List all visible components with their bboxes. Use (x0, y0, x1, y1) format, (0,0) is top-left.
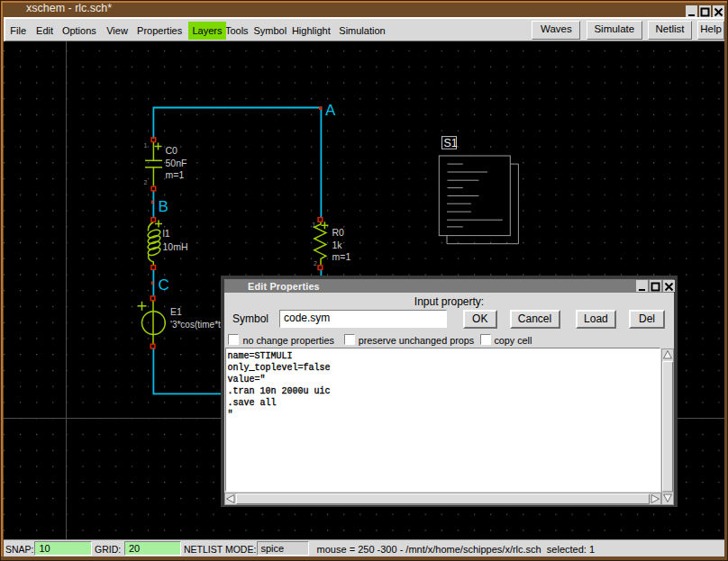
svg-text:A: A (325, 102, 336, 119)
svg-text:l1: l1 (163, 228, 170, 239)
svg-text:B: B (159, 198, 168, 215)
svg-text:S1: S1 (444, 137, 458, 149)
svg-text:1k: 1k (332, 240, 343, 250)
svg-text:'3*cos(time*ti: '3*cos(time*ti (170, 320, 223, 330)
svg-text:10mH: 10mH (163, 241, 188, 252)
svg-text:50nF: 50nF (166, 158, 187, 168)
svg-text:2: 2 (144, 179, 148, 185)
svg-text:R0: R0 (332, 227, 345, 238)
svg-text:E1: E1 (170, 306, 182, 317)
svg-text:m=1: m=1 (332, 251, 351, 262)
svg-text:2: 2 (314, 260, 317, 267)
svg-text:m=1: m=1 (166, 169, 185, 180)
svg-text:C: C (159, 276, 169, 294)
svg-text:C0: C0 (166, 145, 178, 156)
svg-text:1: 1 (313, 222, 316, 228)
svg-text:1: 1 (144, 142, 148, 149)
